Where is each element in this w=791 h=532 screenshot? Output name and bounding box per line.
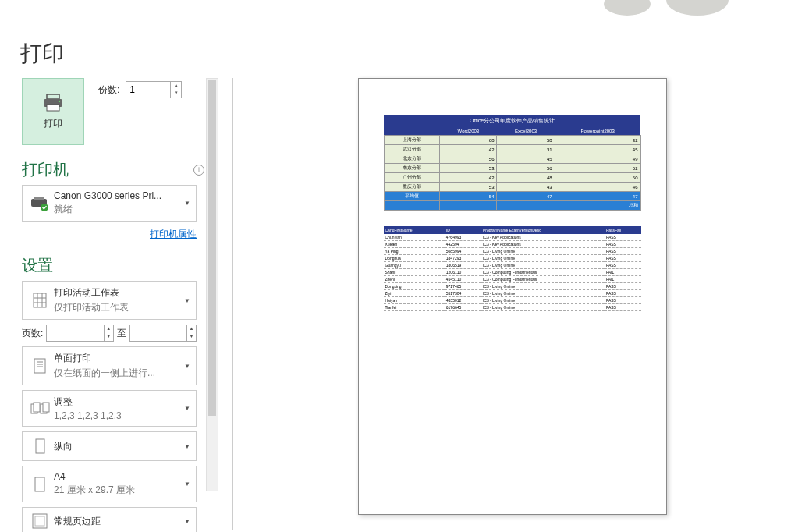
chevron-down-icon: ▼: [182, 363, 193, 370]
settings-scrollbar[interactable]: [206, 78, 218, 491]
header-decoration: [588, 0, 744, 23]
margins-icon: [30, 512, 49, 530]
page-to-input[interactable]: ▲▼: [129, 325, 197, 342]
chevron-down-icon: ▼: [182, 297, 193, 304]
chevron-down-icon: ▼: [182, 443, 193, 450]
printer-section-title: 打印机: [22, 159, 69, 180]
sides-select[interactable]: 单面打印 仅在纸面的一侧上进行... ▼: [22, 346, 197, 385]
chevron-down-icon: ▼: [182, 481, 193, 488]
print-settings-panel: 打印 份数: ▲▼ 打印机 i: [0, 78, 204, 532]
svg-rect-21: [35, 477, 44, 491]
orientation-select[interactable]: 纵向 ▼: [22, 431, 197, 461]
svg-point-3: [59, 100, 60, 101]
sheet-icon: [30, 292, 49, 309]
svg-rect-5: [34, 197, 44, 200]
pages-to-label: 至: [117, 327, 126, 340]
preview-page: Office分公司年度软件产品销售统计Word2003Excel2003Powe…: [358, 78, 667, 515]
margins-select[interactable]: 常规页边距 ▼: [22, 507, 197, 532]
copies-label: 份数:: [98, 83, 119, 97]
paper-size-select[interactable]: A4 21 厘米 x 29.7 厘米 ▼: [22, 466, 197, 502]
svg-rect-19: [43, 403, 49, 412]
info-icon[interactable]: i: [193, 165, 204, 176]
preview-table-2: CandFirstNameIDProgramName ExamVersionDe…: [384, 226, 641, 311]
print-preview: Office分公司年度软件产品销售统计Word2003Excel2003Powe…: [233, 78, 791, 532]
svg-rect-7: [34, 293, 46, 307]
single-side-icon: [30, 356, 49, 375]
printer-icon: [42, 94, 64, 112]
spinner-up-icon[interactable]: ▲: [171, 82, 181, 90]
printer-properties-link[interactable]: 打印机属性: [150, 229, 197, 239]
svg-rect-17: [34, 403, 40, 412]
printer-select[interactable]: Canon G3000 series Pri... 就绪 ▼: [22, 185, 197, 222]
svg-rect-12: [34, 359, 45, 373]
svg-rect-20: [36, 439, 44, 453]
print-what-select[interactable]: 打印活动工作表 仅打印活动工作表 ▼: [22, 281, 197, 320]
copies-input[interactable]: ▲▼: [126, 81, 182, 98]
chevron-down-icon: ▼: [182, 405, 193, 412]
preview-table-1: Office分公司年度软件产品销售统计Word2003Excel2003Powe…: [384, 115, 641, 211]
paper-icon: [30, 475, 49, 494]
svg-point-6: [41, 204, 48, 211]
pages-label: 页数:: [22, 327, 43, 340]
svg-rect-23: [35, 516, 44, 526]
chevron-down-icon: ▼: [182, 200, 193, 207]
chevron-down-icon: ▼: [182, 518, 193, 525]
collate-select[interactable]: 调整 1,2,3 1,2,3 1,2,3 ▼: [22, 390, 197, 427]
svg-rect-2: [47, 105, 59, 111]
spinner-down-icon[interactable]: ▼: [171, 90, 181, 98]
svg-rect-0: [47, 94, 59, 99]
printer-ready-icon: [30, 196, 50, 211]
portrait-icon: [30, 437, 49, 456]
collate-icon: [30, 400, 50, 417]
page-from-input[interactable]: ▲▼: [46, 325, 113, 342]
settings-section-title: 设置: [22, 255, 53, 276]
print-button[interactable]: 打印: [22, 78, 84, 145]
